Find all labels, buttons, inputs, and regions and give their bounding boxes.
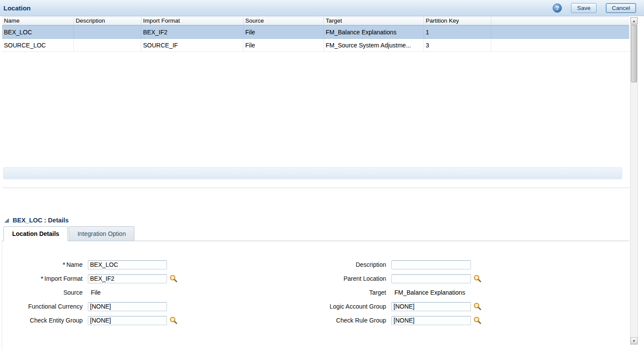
functional-currency-input[interactable] [88,302,167,311]
details-section: BEX_LOC : Details Location Details Integ… [0,212,629,353]
cell-source: File [244,39,324,51]
locations-table-panel: Name Description Import Format Source Ta… [2,17,629,188]
cell-import-format: SOURCE_IF [141,39,244,51]
form-column-left: *Name *Import Format [2,259,261,329]
column-header-description[interactable]: Description [74,17,141,25]
form-row-check-entity-group: Check Entity Group [2,315,261,326]
cell-partition-key: 3 [424,39,491,51]
cell-partition-key: 1 [424,26,491,38]
cell-target: FM_Balance Explanations [324,26,424,38]
form-row-parent-location: Parent Location [261,273,629,284]
check-rule-group-search-icon[interactable] [473,316,482,325]
form-row-target: Target FM_Balance Explanations [261,287,629,298]
column-header-source[interactable]: Source [244,17,324,25]
cell-description [74,39,141,51]
table-header-row: Name Description Import Format Source Ta… [2,17,629,25]
name-label-text: Name [67,261,83,268]
cancel-button[interactable]: Cancel [606,3,636,13]
form-row-import-format: *Import Format [2,273,261,284]
scrollbar-up-icon[interactable]: ▲ [631,17,637,24]
import-format-input[interactable] [88,274,167,283]
form-row-source: Source File [2,287,261,298]
location-details-form: *Name *Import Format [2,241,629,351]
column-header-filler [491,17,629,25]
save-button[interactable]: Save [571,3,597,13]
parent-location-label: Parent Location [261,275,389,282]
scrollbar-down-icon[interactable]: ▼ [631,337,637,344]
name-input[interactable] [88,260,167,269]
toolbar: Location ? Save Cancel [0,0,644,16]
check-entity-group-input[interactable] [88,316,167,325]
scrollbar-thumb[interactable] [631,25,637,82]
parent-location-search-icon[interactable] [473,274,482,283]
column-header-import-format[interactable]: Import Format [141,17,244,25]
tab-integration-option[interactable]: Integration Option [69,226,134,241]
required-marker-icon: * [63,261,65,268]
import-format-label: *Import Format [2,275,86,282]
vertical-scrollbar[interactable]: ▲ ▼ [630,17,638,345]
cell-name: SOURCE_LOC [2,39,74,51]
target-value: FM_Balance Explanations [394,289,465,296]
description-label: Description [261,261,389,268]
form-row-description: Description [261,259,629,270]
table-row-bex-loc[interactable]: BEX_LOC BEX_IF2 File FM_Balance Explanat… [2,25,629,39]
cell-name: BEX_LOC [2,26,74,38]
table-row-source-loc[interactable]: SOURCE_LOC SOURCE_IF File FM_Source Syst… [2,39,629,52]
cell-source: File [244,26,324,38]
cell-target: FM_Source System Adjustme... [324,39,424,51]
column-header-target[interactable]: Target [324,17,424,25]
check-entity-group-label: Check Entity Group [2,317,86,324]
disclosure-triangle-icon[interactable] [4,218,10,223]
tab-location-details[interactable]: Location Details [3,226,68,241]
location-page: Location ? Save Cancel Name Description … [0,0,644,353]
check-rule-group-input[interactable] [391,316,471,325]
target-label: Target [261,289,389,296]
import-format-search-icon[interactable] [169,274,178,283]
check-rule-group-label: Check Rule Group [261,317,389,324]
required-marker-icon: * [41,275,43,282]
page-title: Location [3,4,31,12]
cell-import-format: BEX_IF2 [141,26,244,38]
form-row-name: *Name [2,259,261,270]
form-row-logic-account-group: Logic Account Group [261,301,629,312]
form-row-functional-currency: Functional Currency [2,301,261,312]
parent-location-input[interactable] [391,274,471,283]
cell-filler [491,26,629,38]
check-entity-group-search-icon[interactable] [169,316,178,325]
form-row-check-rule-group: Check Rule Group [261,315,629,326]
form-column-right: Description Parent Location [261,259,629,329]
source-label: Source [2,289,86,296]
logic-account-group-search-icon[interactable] [473,302,482,311]
column-header-name[interactable]: Name [2,17,74,25]
cell-description [74,26,141,38]
name-label: *Name [2,261,86,268]
details-header: BEX_LOC : Details [0,212,629,225]
logic-account-group-label: Logic Account Group [261,303,389,310]
details-tabs: Location Details Integration Option [0,225,629,241]
import-format-label-text: Import Format [44,275,83,282]
description-input[interactable] [391,260,471,269]
source-value: File [91,289,101,296]
table-footer-strip [3,167,622,179]
logic-account-group-input[interactable] [391,302,471,311]
details-title: BEX_LOC : Details [13,217,69,224]
column-header-partition-key[interactable]: Partition Key [424,17,491,25]
cell-filler [491,39,629,51]
functional-currency-label: Functional Currency [2,303,86,310]
help-icon[interactable]: ? [553,3,562,13]
